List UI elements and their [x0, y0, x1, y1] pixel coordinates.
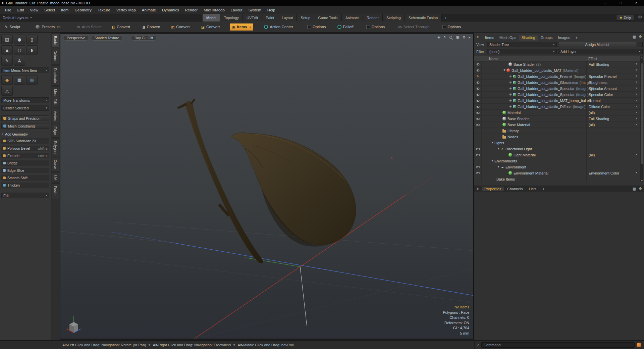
menu-help[interactable]: Help — [264, 8, 278, 12]
polygon-bevel-button[interactable]: Polygon BevelShift-B — [1, 146, 49, 151]
text-tool-icon[interactable]: A — [14, 56, 25, 66]
visibility-eye-icon[interactable] — [476, 171, 480, 175]
menu-system[interactable]: System — [245, 8, 264, 12]
layout-tab-layout[interactable]: Layout — [278, 14, 297, 21]
layer-effect[interactable]: Normal — [586, 98, 635, 103]
gear-icon[interactable]: ⚙ — [463, 36, 466, 39]
shader-tree-row-gall-bladder-cut-plastic-diffuse[interactable]: +Gall_bladder_cut_plastic_Diffuse(Image)… — [474, 104, 644, 110]
menu-layout[interactable]: Layout — [228, 8, 246, 12]
layer-effect[interactable]: Specular Amount — [586, 86, 635, 91]
shader-tree-row-bake-items[interactable]: Bake Items — [474, 176, 644, 182]
ray-gl-off-button[interactable]: Ray GL: Off — [131, 35, 157, 41]
maximize-icon[interactable]: ▣ — [456, 36, 459, 39]
convert-4-button[interactable]: ◪Convert — [199, 23, 222, 31]
tool-tab-polygon[interactable]: Polygon — [52, 138, 59, 156]
layer-effect[interactable] — [586, 164, 635, 170]
bottom-tab-lists[interactable]: Lists — [526, 187, 539, 191]
cone-tool-icon[interactable]: ▲ — [1, 45, 13, 55]
sphere-tool-icon[interactable]: ● — [14, 35, 25, 44]
move-icon[interactable]: ✚ — [437, 36, 440, 39]
menu-vertex-map[interactable]: Vertex Map — [113, 8, 139, 12]
menu-view[interactable]: View — [27, 8, 41, 12]
shader-tree-row-environment[interactable]: ▼☁Environment — [474, 164, 644, 170]
expander-icon[interactable]: + — [508, 99, 513, 102]
view-extra-button[interactable] — [638, 42, 643, 47]
grid-plane-tool-icon[interactable]: ▦ — [14, 75, 25, 85]
visibility-eye-icon[interactable] — [476, 153, 480, 157]
bottom-tab-channels[interactable]: Channels — [504, 187, 525, 191]
visibility-eye-icon[interactable] — [476, 93, 480, 97]
effect-dropdown-icon[interactable]: ▾ — [636, 63, 637, 65]
tool-tab-deform[interactable]: Deform — [52, 48, 59, 65]
layer-effect[interactable]: Roughness — [586, 80, 635, 85]
visibility-eye-icon[interactable] — [476, 62, 480, 66]
effect-dropdown-icon[interactable]: ▾ — [636, 69, 637, 71]
menu-file[interactable]: File — [2, 8, 14, 12]
layout-tab-render[interactable]: Render — [363, 14, 383, 21]
shader-tree-row-gall-bladder-cut-plastic-mat[interactable]: ▼Gall_bladder_cut_plastic_MAT(Material)▾ — [474, 67, 644, 73]
menu-render[interactable]: Render — [182, 8, 201, 12]
panel-tab-mesh-ops[interactable]: Mesh Ops — [497, 35, 519, 41]
visibility-eye-icon[interactable] — [476, 99, 480, 103]
minimize-button[interactable]: – — [598, 0, 613, 6]
command-status-icon[interactable] — [637, 343, 641, 347]
add-layer-dropdown[interactable]: Add Layer ▾ — [558, 49, 643, 54]
layer-effect[interactable]: Specular Color — [586, 92, 635, 97]
auto-select-button[interactable]: ▭Auto Select — [74, 23, 103, 31]
3d-viewport[interactable]: PerspectiveShaded TextureRay GL: Off ✚↻▣… — [60, 34, 474, 339]
layer-effect[interactable]: Full Shading — [586, 116, 635, 121]
more-transforms-dropdown[interactable]: More Transforms▾ — [1, 97, 49, 103]
shader-tree-row-environment-material[interactable]: Environment MaterialEnvironment Color▾ — [474, 170, 644, 176]
expander-icon[interactable]: + — [508, 105, 513, 108]
tool-tab-vertex[interactable]: Vertex — [52, 108, 59, 123]
effect-dropdown-icon[interactable]: ▾ — [636, 81, 637, 84]
action-center-button[interactable]: Action Center — [262, 23, 295, 31]
convert-3-button[interactable]: ◩Convert — [169, 23, 192, 31]
shaded-texture-button[interactable]: Shaded Texture — [91, 35, 123, 41]
effect-dropdown-icon[interactable]: ▾ — [636, 93, 637, 96]
visibility-eye-icon[interactable] — [476, 105, 480, 109]
tool-tab-fusion[interactable]: Fusion — [52, 183, 59, 199]
menu-animate[interactable]: Animate — [139, 8, 159, 12]
torus-tool-icon[interactable]: ◎ — [14, 45, 25, 55]
items-button[interactable]: ▣Items▸ — [230, 23, 253, 31]
mesh-constraints-toggle[interactable]: Mesh Constraints — [1, 123, 49, 129]
effect-dropdown-icon[interactable]: ▾ — [636, 87, 637, 90]
expander-icon[interactable]: + — [508, 75, 513, 78]
zoom-icon[interactable] — [449, 36, 453, 39]
layer-effect[interactable]: (all) — [586, 122, 635, 128]
effect-dropdown-icon[interactable]: ▾ — [636, 153, 637, 156]
perspective-button[interactable]: Perspective — [63, 35, 89, 41]
layer-effect[interactable]: (all) — [586, 110, 635, 115]
pyramid-tool-icon[interactable]: △ — [1, 86, 13, 96]
layer-effect[interactable] — [586, 128, 635, 134]
menu-dynamics[interactable]: Dynamics — [159, 8, 182, 12]
options-1-button[interactable]: Options — [305, 23, 328, 31]
globe-tool-icon[interactable]: ◍ — [26, 75, 38, 85]
falloff-button[interactable]: Falloff — [335, 23, 356, 31]
layout-tab-animate[interactable]: Animate — [342, 14, 363, 21]
effect-dropdown-icon[interactable]: ▾ — [636, 105, 637, 108]
shader-tree-row-base-shader[interactable]: Base ShaderFull Shading▾ — [474, 116, 644, 122]
shader-tree-row-light-material[interactable]: Light Material(all)▾ — [474, 152, 644, 158]
layout-tab-paint[interactable]: Paint — [262, 14, 278, 21]
command-input[interactable] — [481, 342, 635, 348]
layer-effect[interactable] — [586, 140, 635, 146]
capsule-tool-icon[interactable]: ◗ — [26, 45, 38, 55]
flyout-icon[interactable]: ▸ — [250, 26, 252, 29]
gear-icon[interactable]: ⚙ — [639, 187, 642, 191]
shader-tree-row-base-material[interactable]: Base Material(all)▾ — [474, 122, 644, 128]
shader-tree-row-lights[interactable]: ▼Lights — [474, 140, 644, 146]
shader-tree-row-base-shader[interactable]: Base Shader(2)Full Shading▾ — [474, 61, 644, 67]
visibility-eye-icon[interactable] — [476, 117, 480, 121]
options-3-button[interactable]: Options — [440, 23, 463, 31]
expander-icon[interactable]: + — [508, 81, 513, 84]
menu-maxtomodo[interactable]: MaxToModo — [201, 8, 228, 12]
sculpt-button[interactable]: ✎Sculpt — [3, 23, 22, 31]
visibility-eye-icon[interactable] — [476, 123, 480, 127]
layout-tab-schematic-fusion[interactable]: Schematic Fusion — [405, 14, 442, 21]
visibility-eye-icon[interactable] — [476, 68, 480, 72]
3d-scene[interactable] — [60, 34, 473, 339]
tool-tab-curve[interactable]: Curve — [52, 157, 59, 172]
layer-effect[interactable] — [586, 146, 635, 152]
